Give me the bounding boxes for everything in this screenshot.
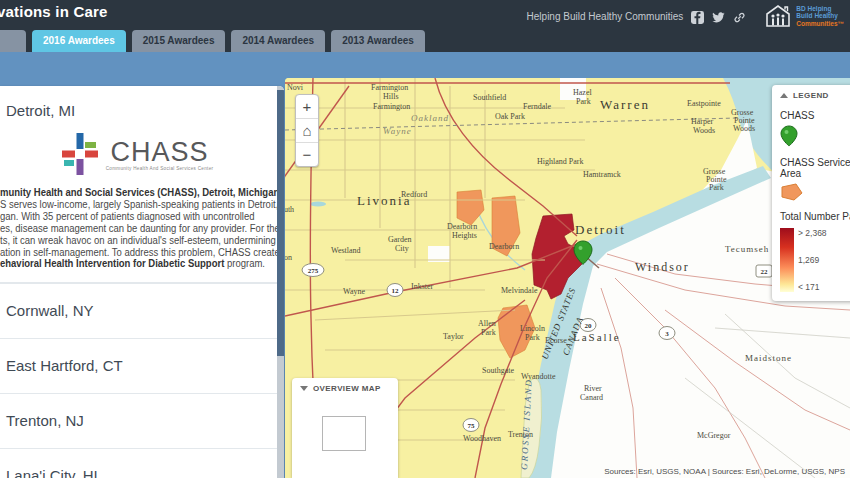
map-label: Eastpointe (687, 99, 721, 108)
highway-shield-number: 3 (665, 330, 669, 338)
chass-cross-icon (61, 131, 99, 177)
tab-partial[interactable] (0, 30, 26, 52)
house-icon (764, 4, 792, 28)
map-label: Park (481, 328, 496, 337)
tab-2015-awardees[interactable]: 2015 Awardees (132, 30, 226, 52)
map-label: Redford (401, 190, 427, 199)
map-label: Park (709, 183, 724, 192)
map-label: Oak Park (495, 112, 525, 121)
home-extent-button[interactable]: ⌂ (296, 119, 318, 143)
city-list: Cornwall, NYEast Hartford, CTTrenton, NJ… (0, 283, 284, 478)
logo-line2: Build Healthy (796, 12, 844, 20)
map-container: 275127520322 NoviFarmingtonHillsFarmingt… (285, 78, 850, 478)
scrollbar-thumb[interactable] (277, 90, 284, 356)
overview-map-title: OVERVIEW MAP (313, 384, 381, 393)
legend-toggle[interactable]: LEGEND (780, 91, 850, 100)
link-icon[interactable] (733, 10, 746, 23)
map-label: Harper (691, 117, 714, 126)
map-label: McGregor (697, 431, 731, 440)
map-label: City (395, 244, 409, 253)
tab-2014-awardees[interactable]: 2014 Awardees (231, 30, 325, 52)
map-label: Melvindale (501, 286, 538, 295)
map-label: Dearborn (489, 242, 519, 251)
map-label: Wayne (383, 126, 412, 136)
legend-scale-min: < 171 (798, 282, 827, 292)
map-label: Park (525, 333, 540, 342)
map-zoom-controls: + ⌂ − (295, 94, 319, 167)
awardee-sidebar: Detroit, MI CHASS Community Health And S… (0, 86, 284, 478)
legend-pin-icon (780, 125, 798, 147)
highway-shield-number: 20 (585, 322, 593, 330)
header-tagline: Helping Build Healthy Communities (527, 11, 684, 22)
legend-gradient: > 2,368 1,269 < 171 (780, 228, 850, 292)
zoom-in-button[interactable]: + (296, 95, 318, 119)
legend-panel: LEGEND CHASS CHASS Service Area Total Nu… (772, 85, 850, 301)
description-line: ehavioral Health Intervention for Diabet… (0, 258, 270, 270)
logo-line1: BD Helping (796, 5, 844, 13)
bd-logo[interactable]: BD Helping Build Healthy Communities™ (764, 4, 844, 28)
top-header: vations in Care Helping Build Healthy Co… (0, 0, 850, 52)
chass-logo: CHASS Community Health And Social Servic… (0, 125, 284, 183)
overview-map-toggle[interactable]: OVERVIEW MAP (292, 378, 398, 399)
map-label: Hazel (573, 88, 592, 97)
legend-gradient-bar (780, 228, 794, 292)
map-label: Farmington (373, 102, 410, 111)
map-label: Southgate (482, 366, 514, 375)
description-line: es, disease management can be daunting f… (0, 223, 270, 235)
description-line: munity Health and Social Services (CHASS… (0, 187, 270, 199)
sidebar-scrollbar[interactable] (277, 86, 284, 478)
map-label: LaSalle (573, 331, 621, 343)
map-pond (310, 201, 326, 206)
sidebar-item-cornwall-ny[interactable]: Cornwall, NY (0, 283, 284, 338)
map-label: Canard (580, 393, 603, 402)
map-label: Farmington (371, 83, 408, 92)
map-label: Tecumseh (725, 244, 769, 254)
chevron-down-icon (300, 386, 308, 391)
zoom-out-button[interactable]: − (296, 143, 318, 166)
legend-service-area-swatch (780, 183, 804, 201)
awardee-description: munity Health and Social Services (CHASS… (0, 183, 284, 278)
map-label: Allen (478, 319, 496, 328)
facebook-icon[interactable] (691, 10, 704, 23)
tab-2013-awardees[interactable]: 2013 Awardees (331, 30, 425, 52)
map-label: Highland Park (537, 157, 583, 166)
app-title: vations in Care (0, 3, 108, 20)
map-label: Ferndale (523, 102, 551, 111)
highway-shield-number: 75 (468, 422, 476, 430)
map-label: Detroit (575, 222, 626, 237)
map-attribution: Sources: Esri, USGS, NOAA | Sources: Esr… (604, 467, 845, 476)
map-label: River (584, 384, 602, 393)
tab-2016-awardees[interactable]: 2016 Awardees (32, 30, 126, 52)
map-label: Dearborn (447, 222, 477, 231)
map-label: Woods (733, 124, 755, 133)
map-label: Canton (285, 253, 292, 262)
overview-extent-box[interactable] (322, 416, 366, 451)
awardee-tabs: 2016 Awardees2015 Awardees2014 Awardees2… (0, 30, 431, 52)
legend-scale-mid: 1,269 (798, 255, 827, 265)
city-accordion-header[interactable]: Detroit, MI (0, 86, 284, 125)
legend-scale-max: > 2,368 (798, 228, 827, 238)
map-label: Inkster (411, 282, 434, 291)
highway-shield-number: 22 (761, 268, 769, 276)
map-label: Novi (287, 83, 304, 92)
map-label: Southfield (473, 93, 506, 102)
logo-line3: Communities™ (796, 20, 844, 28)
sidebar-item-trenton-nj[interactable]: Trenton, NJ (0, 393, 284, 448)
sidebar-item-detroit: Detroit, MI CHASS Community Health And S… (0, 86, 284, 283)
legend-item-chass-label: CHASS (780, 110, 850, 121)
legend-scale-title: Total Number Patients (780, 211, 850, 222)
chass-tagline: Community Health And Social Services Cen… (106, 166, 214, 171)
map-label: Westland (331, 246, 361, 255)
twitter-icon[interactable] (712, 10, 725, 23)
map-label: Garden (388, 235, 412, 244)
map-label: Lincoln (520, 324, 545, 333)
map-label: Park (576, 97, 591, 106)
legend-title: LEGEND (793, 91, 829, 100)
description-line: S serves low-income, largely Spanish-spe… (0, 199, 270, 211)
sidebar-item-lana-i-city-hi[interactable]: Lana'i City, HI (0, 448, 284, 478)
map-label: Woods (693, 126, 715, 135)
map-label: Taylor (443, 332, 464, 341)
map-label: Woodhaven (463, 434, 501, 443)
sidebar-item-east-hartford-ct[interactable]: East Hartford, CT (0, 338, 284, 393)
map-label: Oakland (411, 113, 449, 123)
